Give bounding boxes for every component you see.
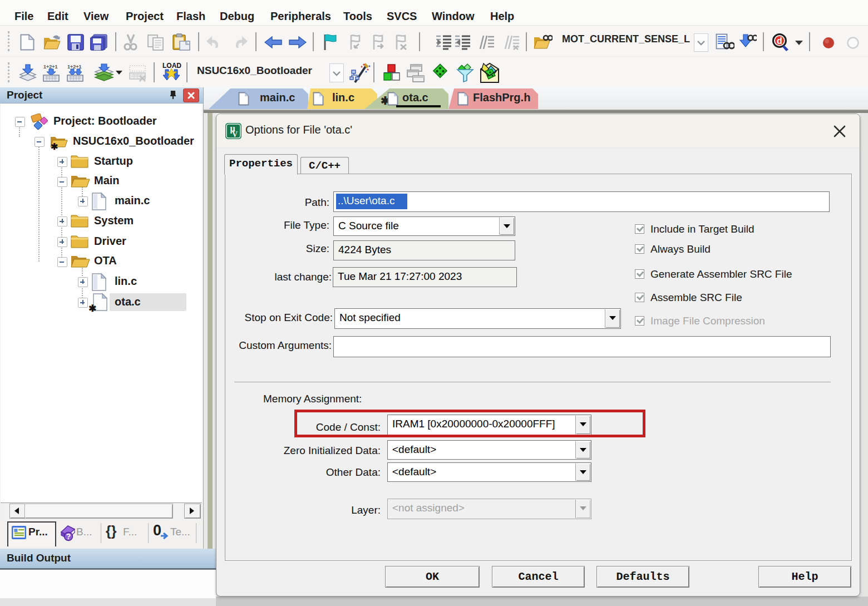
svg-text:LOAD: LOAD [162,62,181,70]
svg-text:✱: ✱ [88,303,96,313]
svg-text:?: ? [66,532,71,541]
svg-text:V: V [232,130,238,139]
svg-text:✱: ✱ [51,142,58,151]
svg-text:d: d [777,36,782,46]
